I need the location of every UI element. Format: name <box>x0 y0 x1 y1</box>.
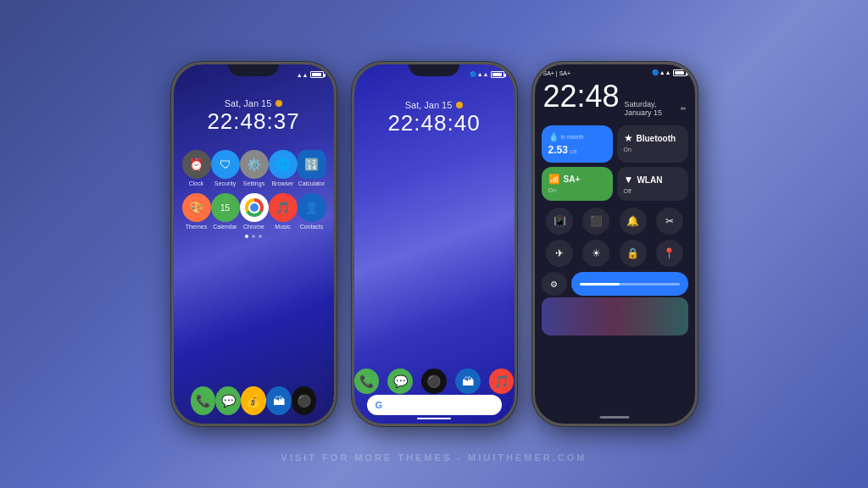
phone3-status-icons: 🔵▲▲ <box>652 69 687 76</box>
phone3-clock: 22:48 Saturday, January 15 ✏ <box>535 78 695 122</box>
phone2-status-bar: 🔵▲▲ <box>354 64 515 81</box>
phone2-date: Sat, Jan 15 <box>354 100 515 110</box>
date-dot-2 <box>456 102 463 108</box>
phone2-clock-widget: Sat, Jan 15 22:48:40 <box>354 81 515 141</box>
phone3-screen: SA+ | SA+ 🔵▲▲ 22:48 Saturday, January 15… <box>535 64 695 424</box>
phone-1: ▲▲ Sat, Jan 15 22:48:37 ⏰ Clock <box>171 62 337 426</box>
data-tile[interactable]: 💧 in month 2.53 GB <box>542 125 613 163</box>
ctrl-row2: 📶 SA+ On ▼ WLAN Off <box>542 167 688 201</box>
google-logo: G <box>376 400 383 410</box>
home-indicator-2 <box>417 418 451 419</box>
slider-track <box>580 283 680 286</box>
phone1-screen: ▲▲ Sat, Jan 15 22:48:37 ⏰ Clock <box>174 64 334 424</box>
phone3-status-bar: SA+ | SA+ 🔵▲▲ <box>535 64 695 78</box>
app-browser[interactable]: 🌐 Browser <box>269 150 298 186</box>
phone1-status-bar: ▲▲ <box>174 64 334 81</box>
page-dots <box>174 235 334 238</box>
phones-container: ▲▲ Sat, Jan 15 22:48:37 ⏰ Clock <box>171 62 698 426</box>
dock2-phone[interactable]: 📞 <box>354 369 380 394</box>
watermark: VISIT FOR MORE THEMES - MIUITHEMER.COM <box>281 452 587 463</box>
slider-fill <box>580 283 620 286</box>
dock-phone[interactable]: 📞 <box>191 386 216 415</box>
ctrl-date: Saturday, January 15 ✏ <box>625 100 687 117</box>
vibrate-btn[interactable]: 📳 <box>546 208 573 235</box>
app-settings[interactable]: ⚙️ Settings <box>240 150 269 186</box>
phone1-date: Sat, Jan 15 <box>174 98 334 108</box>
alarm-btn[interactable]: 🔔 <box>620 208 647 235</box>
ctrl-time-row: 22:48 Saturday, January 15 ✏ <box>543 81 687 117</box>
data-tile-label: in month <box>561 134 584 140</box>
phone1-dock: 📞 💬 💰 🏔 ⚫ <box>174 386 334 415</box>
dock2-camera[interactable]: ⚫ <box>421 369 447 394</box>
ctrl-slider-row: ⚙ <box>535 270 695 297</box>
airplane-btn[interactable]: ✈ <box>546 240 573 267</box>
phone2-screen: 🔵▲▲ Sat, Jan 15 22:48:40 📞 💬 ⚫ 🏔 🎵 <box>354 64 515 424</box>
bt-label: Bluetooth <box>637 134 676 143</box>
app-clock[interactable]: ⏰ Clock <box>182 150 211 186</box>
ctrl-tiles: 💧 in month 2.53 GB ★ Bluetooth <box>535 122 695 204</box>
lock-btn[interactable]: 🔒 <box>620 240 647 267</box>
dock-messages[interactable]: 💬 <box>215 386 241 415</box>
dnd-btn[interactable]: ⬛ <box>582 208 609 235</box>
bt-status: On <box>624 147 682 152</box>
phone1-app-grid: ⏰ Clock 🛡 Security ⚙️ Settings 🌐 Browser <box>174 150 334 230</box>
dock-camera[interactable]: ⚫ <box>292 386 317 415</box>
ctrl-preview-panel <box>542 297 688 336</box>
dock2-messages[interactable]: 💬 <box>387 369 413 394</box>
app-contacts[interactable]: 👤 Contacts <box>298 193 326 230</box>
brightness-slider[interactable] <box>571 272 688 296</box>
phone1-clock-widget: Sat, Jan 15 22:48:37 <box>174 81 334 141</box>
phone2-dock: 📞 💬 ⚫ 🏔 🎵 <box>354 369 515 394</box>
dock2-music[interactable]: 🎵 <box>489 369 515 394</box>
wlan-tile[interactable]: ▼ WLAN Off <box>617 167 688 201</box>
ctrl-time: 22:48 <box>543 81 620 112</box>
dock2-gallery[interactable]: 🏔 <box>455 369 481 394</box>
settings-small-btn[interactable]: ⚙ <box>542 272 567 296</box>
tools-btn[interactable]: ✂ <box>656 208 683 235</box>
location-btn[interactable]: 📍 <box>656 240 683 267</box>
app-themes[interactable]: 🎨 Themes <box>182 193 211 230</box>
brightness-btn[interactable]: ☀ <box>582 240 609 267</box>
phone2-time: 22:48:40 <box>354 110 515 136</box>
phone1-status-icons: ▲▲ <box>297 71 324 78</box>
sa-tile[interactable]: 📶 SA+ On <box>542 167 613 201</box>
phone-2: 🔵▲▲ Sat, Jan 15 22:48:40 📞 💬 ⚫ 🏔 🎵 <box>352 62 517 426</box>
ctrl-btn-row1: 📳 ⬛ 🔔 ✂ <box>542 208 688 235</box>
app-calculator[interactable]: 🔢 Calculator <box>298 150 326 186</box>
wlan-status: Off <box>624 188 682 194</box>
dock-wallet[interactable]: 💰 <box>241 386 266 415</box>
wlan-icon: ▼ <box>624 174 634 186</box>
app-chrome[interactable]: Chrome <box>240 193 269 230</box>
phone2-search[interactable]: G <box>367 395 502 415</box>
phone1-time: 22:48:37 <box>174 108 334 135</box>
phone-3: SA+ | SA+ 🔵▲▲ 22:48 Saturday, January 15… <box>532 62 698 426</box>
ctrl-btn-row2: ✈ ☀ 🔒 📍 <box>542 240 688 267</box>
app-calendar[interactable]: 15 Calendar <box>211 193 240 230</box>
bt-icon-row: ★ Bluetooth <box>624 132 682 144</box>
dock-gallery[interactable]: 🏔 <box>266 386 292 415</box>
data-tile-value: 2.53 <box>548 144 568 156</box>
bluetooth-icon: ★ <box>624 132 633 144</box>
home-indicator-3 <box>600 416 630 419</box>
app-music[interactable]: 🎵 Music <box>269 193 298 230</box>
phone2-status-icons: 🔵▲▲ <box>470 71 504 78</box>
sa-icon-row: 📶 SA+ <box>548 174 606 185</box>
sa-label: SA+ <box>564 175 581 184</box>
phone1-row2: 🎨 Themes 15 Calendar Chrome 🎵 <box>182 193 326 230</box>
ctrl-quick-buttons: 📳 ⬛ 🔔 ✂ ✈ ☀ 🔒 📍 <box>535 204 695 270</box>
wlan-label: WLAN <box>637 175 662 185</box>
date-dot <box>275 100 282 107</box>
sim-info: SA+ | SA+ <box>543 70 571 76</box>
sa-status: On <box>548 187 606 193</box>
ctrl-row1: 💧 in month 2.53 GB ★ Bluetooth <box>542 125 688 163</box>
wlan-icon-row: ▼ WLAN <box>624 174 682 186</box>
bluetooth-tile[interactable]: ★ Bluetooth On <box>617 125 688 163</box>
phone1-row1: ⏰ Clock 🛡 Security ⚙️ Settings 🌐 Browser <box>182 150 326 186</box>
data-tile-unit: GB <box>570 149 577 154</box>
app-security[interactable]: 🛡 Security <box>211 150 240 186</box>
